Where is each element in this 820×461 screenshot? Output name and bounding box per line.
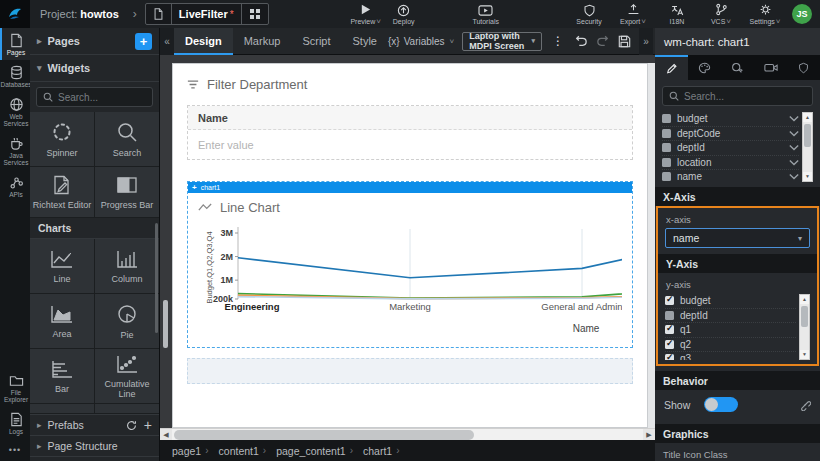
rail-item-web-services[interactable]: Web Services bbox=[0, 92, 30, 131]
y-axis-list-scrollbar[interactable]: ▲ ▼ bbox=[799, 294, 810, 360]
user-avatar[interactable]: JS bbox=[792, 4, 812, 24]
tab-markup[interactable]: Markup bbox=[233, 28, 292, 55]
scroll-left-arrow[interactable]: ◀ bbox=[160, 429, 172, 441]
rail-item-file-explorer[interactable]: File Explorer bbox=[0, 368, 30, 407]
rail-item-logs[interactable]: Logs bbox=[0, 407, 30, 439]
tab-style[interactable]: Style bbox=[342, 28, 388, 55]
widget-tile-search[interactable]: Search bbox=[95, 112, 159, 166]
chart-tile-column[interactable]: Column bbox=[95, 239, 159, 293]
field-checkbox[interactable] bbox=[662, 143, 671, 152]
canvas-vertical-scrollbar[interactable] bbox=[163, 300, 168, 348]
app-logo[interactable] bbox=[0, 0, 30, 28]
tab-events[interactable] bbox=[721, 55, 754, 80]
add-prefab-button[interactable]: + bbox=[144, 420, 152, 430]
name-filter-input[interactable] bbox=[190, 139, 630, 151]
tutorials-button[interactable]: Tutorials bbox=[469, 4, 503, 25]
widget-search-box[interactable] bbox=[36, 87, 153, 107]
save-button[interactable] bbox=[618, 35, 631, 48]
field-checkbox[interactable] bbox=[665, 354, 674, 360]
bind-property-button[interactable] bbox=[799, 399, 811, 411]
rail-item-apis[interactable]: APIs bbox=[0, 170, 30, 202]
field-checkbox[interactable] bbox=[662, 172, 671, 181]
dataset-field-row[interactable]: deptCode bbox=[662, 127, 799, 142]
preview-button[interactable]: Preview˅ bbox=[349, 3, 383, 26]
field-checkbox[interactable] bbox=[662, 129, 671, 138]
page-switcher-grid-icon[interactable] bbox=[241, 4, 268, 24]
field-checkbox[interactable] bbox=[665, 296, 674, 305]
collapse-sidebar-button[interactable]: « bbox=[160, 28, 174, 55]
refresh-icon[interactable] bbox=[126, 420, 137, 431]
prefabs-accordion-header[interactable]: ▸ Prefabs + bbox=[30, 414, 159, 435]
scroll-thumb[interactable] bbox=[804, 124, 811, 147]
export-button[interactable]: Export˅ bbox=[616, 3, 650, 26]
chart-tile-pie[interactable]: Pie bbox=[95, 294, 159, 348]
rail-item-pages[interactable]: Pages bbox=[0, 28, 30, 60]
move-handle-icon[interactable]: + bbox=[192, 183, 197, 192]
breadcrumb-item[interactable]: content1› bbox=[219, 445, 271, 457]
chevron-down-icon[interactable] bbox=[789, 144, 799, 151]
y-axis-field-row[interactable]: q3 bbox=[665, 352, 796, 360]
tab-design[interactable]: Design bbox=[174, 28, 233, 55]
y-axis-field-row[interactable]: deptId bbox=[665, 309, 796, 324]
field-checkbox[interactable] bbox=[662, 114, 671, 123]
sidebar-scrollbar[interactable] bbox=[155, 223, 158, 333]
pages-accordion-header[interactable]: ▸ Pages + bbox=[30, 28, 159, 55]
redo-button[interactable] bbox=[596, 35, 610, 47]
widget-tile-spinner[interactable]: Spinner bbox=[30, 112, 94, 166]
widget-tile-progress-bar[interactable]: Progress Bar bbox=[95, 167, 159, 217]
variables-dropdown[interactable]: {x} Variables ˅ bbox=[388, 36, 454, 47]
chart-widget-selection-bar[interactable]: + chart1 bbox=[188, 182, 632, 193]
y-axis-field-row[interactable]: budget bbox=[665, 294, 796, 309]
chart-tile-area[interactable]: Area bbox=[30, 294, 94, 348]
page-content-placeholder[interactable] bbox=[187, 358, 633, 384]
open-page-tab[interactable]: LiveFilter* bbox=[145, 3, 269, 25]
vcs-button[interactable]: VCS˅ bbox=[704, 3, 738, 26]
widgets-accordion-header[interactable]: ▾ Widgets bbox=[30, 55, 159, 82]
chart-tile-bar[interactable]: Bar bbox=[30, 349, 94, 403]
field-checkbox[interactable] bbox=[662, 158, 671, 167]
chevron-down-icon[interactable] bbox=[789, 115, 799, 122]
property-search-input[interactable] bbox=[684, 91, 806, 102]
tab-script[interactable]: Script bbox=[291, 28, 341, 55]
widget-search-input[interactable] bbox=[58, 92, 146, 103]
expand-inspector-button[interactable]: » bbox=[639, 28, 653, 55]
dataset-field-row[interactable]: location bbox=[662, 156, 799, 171]
y-axis-field-row[interactable]: q2 bbox=[665, 338, 796, 353]
undo-button[interactable] bbox=[574, 35, 588, 47]
breadcrumb-item[interactable]: chart1› bbox=[363, 445, 404, 457]
scroll-down-arrow[interactable]: ▼ bbox=[800, 350, 809, 359]
scroll-up-arrow[interactable]: ▲ bbox=[803, 113, 812, 122]
scroll-down-arrow[interactable]: ▼ bbox=[803, 172, 812, 181]
rail-item-java-services[interactable]: Java Services bbox=[0, 131, 30, 170]
field-checkbox[interactable] bbox=[665, 340, 674, 349]
security-button[interactable]: Security bbox=[572, 4, 606, 25]
show-toggle[interactable] bbox=[704, 397, 738, 412]
variables-accordion-header[interactable]: ▸ Variables bbox=[30, 456, 159, 461]
property-search-box[interactable] bbox=[662, 86, 813, 106]
horizontal-scroll-thumb[interactable] bbox=[174, 430, 474, 440]
widget-tile-richtext-editor[interactable]: Richtext Editor bbox=[30, 167, 94, 217]
scroll-right-arrow[interactable]: ▶ bbox=[643, 429, 655, 441]
scroll-thumb[interactable] bbox=[801, 306, 808, 327]
add-page-button[interactable]: + bbox=[135, 33, 152, 50]
chart-tile-partial[interactable] bbox=[30, 404, 94, 413]
chart-tile-cumulative-line[interactable]: Cumulative Line bbox=[95, 349, 159, 403]
chart-tile-partial[interactable] bbox=[95, 404, 159, 413]
dataset-list-scrollbar[interactable]: ▲ ▼ bbox=[802, 112, 813, 182]
page-canvas[interactable]: Filter Department Name + chart1 bbox=[172, 63, 648, 428]
device-selector[interactable]: Laptop with MDPI Screen ▾ bbox=[462, 32, 542, 51]
dataset-field-row[interactable]: name bbox=[662, 170, 799, 182]
breadcrumb-item[interactable]: page1› bbox=[172, 445, 213, 457]
scroll-up-arrow[interactable]: ▲ bbox=[800, 295, 809, 304]
dataset-field-row[interactable]: deptId bbox=[662, 141, 799, 156]
live-filter-panel[interactable]: Name bbox=[187, 105, 633, 160]
x-axis-select[interactable]: name ▾ bbox=[665, 228, 810, 248]
deploy-button[interactable]: Deploy bbox=[387, 3, 421, 26]
y-axis-field-row[interactable]: q1 bbox=[665, 323, 796, 338]
settings-button[interactable]: Settings˅ bbox=[748, 3, 782, 26]
dataset-field-row[interactable]: budget bbox=[662, 112, 799, 127]
rail-item-databases[interactable]: Databases bbox=[0, 60, 30, 92]
tab-styles[interactable] bbox=[688, 55, 721, 80]
field-checkbox[interactable] bbox=[665, 311, 674, 320]
i18n-button[interactable]: I18N bbox=[660, 4, 694, 25]
